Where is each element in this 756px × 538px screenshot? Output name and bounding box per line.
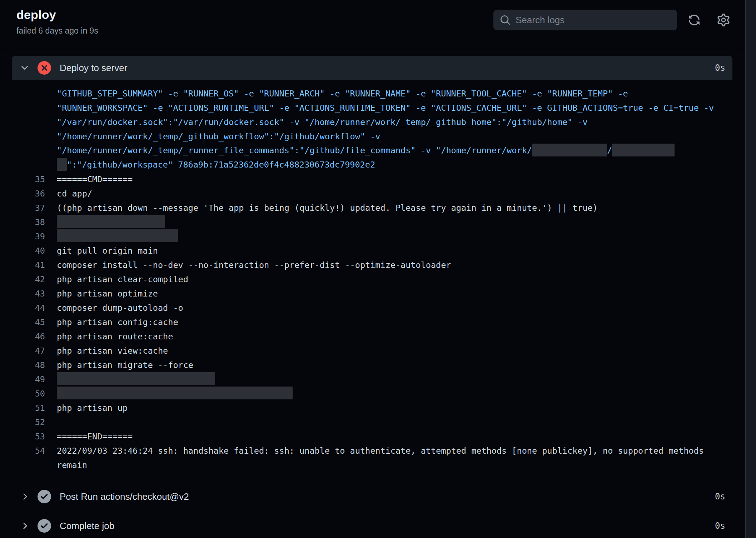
log-line: 48php artisan migrate --force	[0, 358, 732, 372]
log-line: ":"/github/workspace" 786a9b:71a52362de0…	[0, 158, 732, 172]
log-text: 2022/09/03 23:46:24 ssh: handshake faile…	[57, 446, 704, 456]
step-title: Post Run actions/checkout@v2	[60, 491, 715, 502]
gear-icon	[717, 14, 730, 26]
log-line: 38	[0, 215, 732, 229]
line-number[interactable]: 45	[0, 317, 45, 327]
log-line: 49	[0, 372, 732, 387]
step-duration: 0s	[715, 492, 725, 502]
log-line: 43php artisan optimize	[0, 287, 732, 301]
log-text: php artisan migrate --force	[57, 360, 193, 370]
chevron-right-icon[interactable]	[20, 521, 30, 531]
scrollbar[interactable]	[745, 0, 756, 538]
step-duration: 0s	[715, 63, 725, 73]
line-number[interactable]: 41	[0, 260, 45, 270]
log-text: php artisan view:cache	[57, 346, 168, 356]
log-text: php artisan optimize	[57, 289, 158, 299]
log-line: "/var/run/docker.sock":"/var/run/docker.…	[0, 115, 732, 129]
search-icon	[500, 15, 511, 25]
line-number[interactable]: 40	[0, 246, 45, 256]
log-line: 41composer install --no-dev --no-interac…	[0, 258, 732, 272]
log-line: 42php artisan clear-compiled	[0, 272, 732, 287]
log-text: php artisan route:cache	[57, 332, 173, 342]
log-text	[57, 231, 178, 242]
log-text: "/var/run/docker.sock":"/var/run/docker.…	[57, 117, 588, 127]
log-text: ======CMD======	[57, 174, 133, 184]
redacted-secret	[532, 144, 607, 156]
log-text	[57, 374, 215, 385]
log-output: "GITHUB_STEP_SUMMARY" -e "RUNNER_OS" -e …	[0, 80, 732, 479]
log-text: ":"/github/workspace" 786a9b:71a52362de0…	[57, 159, 375, 171]
log-line: 52	[0, 415, 732, 429]
step-complete-job[interactable]: Complete job 0s	[12, 514, 732, 538]
page-title: deploy	[16, 8, 98, 22]
redacted-secret	[612, 144, 675, 156]
log-line: 53======END======	[0, 429, 732, 444]
refresh-button[interactable]	[688, 14, 700, 26]
check-circle-icon	[38, 519, 51, 533]
line-number[interactable]: 53	[0, 432, 45, 442]
log-line: remain	[0, 458, 732, 472]
log-line: 44composer dump-autoload -o	[0, 301, 732, 315]
log-line: "RUNNER_WORKSPACE" -e "ACTIONS_RUNTIME_U…	[0, 101, 732, 115]
run-status: failed 6 days ago in 9s	[16, 26, 98, 36]
log-text: cd app/	[57, 189, 92, 199]
log-lines: "GITHUB_STEP_SUMMARY" -e "RUNNER_OS" -e …	[0, 86, 732, 472]
job-header: deploy failed 6 days ago in 9s	[0, 0, 756, 49]
header-divider	[0, 49, 756, 49]
line-number[interactable]: 35	[0, 174, 45, 184]
line-number[interactable]: 42	[0, 274, 45, 284]
log-line: 35======CMD======	[0, 172, 732, 186]
step-post-run-checkout[interactable]: Post Run actions/checkout@v2 0s	[12, 484, 732, 509]
line-number[interactable]: 51	[0, 403, 45, 413]
line-number[interactable]: 50	[0, 389, 45, 399]
log-line: 36cd app/	[0, 186, 732, 201]
line-number[interactable]: 48	[0, 360, 45, 370]
redacted-secret	[57, 158, 67, 171]
line-number[interactable]: 46	[0, 332, 45, 342]
log-line: 46php artisan route:cache	[0, 329, 732, 344]
redacted-secret	[57, 215, 165, 228]
log-line: 47php artisan view:cache	[0, 344, 732, 358]
redacted-secret	[57, 372, 215, 385]
line-number[interactable]: 43	[0, 289, 45, 299]
search-box[interactable]	[493, 10, 677, 30]
log-text: php artisan clear-compiled	[57, 274, 188, 284]
log-text: ((php artisan down --message 'The app is…	[57, 203, 598, 213]
line-number[interactable]: 39	[0, 231, 45, 241]
step-deploy-to-server[interactable]: Deploy to server 0s	[12, 56, 732, 80]
redacted-secret	[57, 387, 293, 399]
log-text	[57, 388, 293, 399]
log-line: 51php artisan up	[0, 401, 732, 415]
log-line: 45php artisan config:cache	[0, 315, 732, 329]
log-text: "RUNNER_WORKSPACE" -e "ACTIONS_RUNTIME_U…	[57, 103, 714, 113]
check-circle-icon	[38, 490, 51, 503]
line-number[interactable]: 44	[0, 303, 45, 313]
log-line: 37((php artisan down --message 'The app …	[0, 201, 732, 215]
line-number[interactable]: 54	[0, 446, 45, 456]
log-text: composer dump-autoload -o	[57, 303, 183, 313]
log-text: "/home/runner/work/_temp/_github_workflo…	[57, 131, 380, 141]
log-text: "/home/runner/work/_temp/_runner_file_co…	[57, 145, 675, 156]
step-duration: 0s	[715, 521, 725, 531]
line-number[interactable]: 52	[0, 417, 45, 427]
line-number[interactable]: 37	[0, 203, 45, 213]
line-number[interactable]: 36	[0, 189, 45, 199]
log-line: "GITHUB_STEP_SUMMARY" -e "RUNNER_OS" -e …	[0, 86, 732, 101]
x-circle-icon	[38, 61, 51, 75]
log-text: remain	[57, 460, 87, 470]
search-input[interactable]	[516, 15, 671, 26]
log-line: 40git pull origin main	[0, 244, 732, 258]
chevron-down-icon[interactable]	[20, 63, 30, 73]
line-number[interactable]: 38	[0, 217, 45, 227]
settings-button[interactable]	[717, 14, 730, 26]
redacted-secret	[57, 229, 178, 242]
log-line: "/home/runner/work/_temp/_runner_file_co…	[0, 144, 732, 158]
log-text: php artisan up	[57, 403, 128, 413]
log-text	[57, 216, 165, 228]
line-number[interactable]: 49	[0, 374, 45, 384]
chevron-right-icon[interactable]	[20, 492, 30, 502]
log-line: 542022/09/03 23:46:24 ssh: handshake fai…	[0, 444, 732, 458]
log-text: git pull origin main	[57, 246, 158, 256]
line-number[interactable]: 47	[0, 346, 45, 356]
log-text: composer install --no-dev --no-interacti…	[57, 260, 451, 270]
